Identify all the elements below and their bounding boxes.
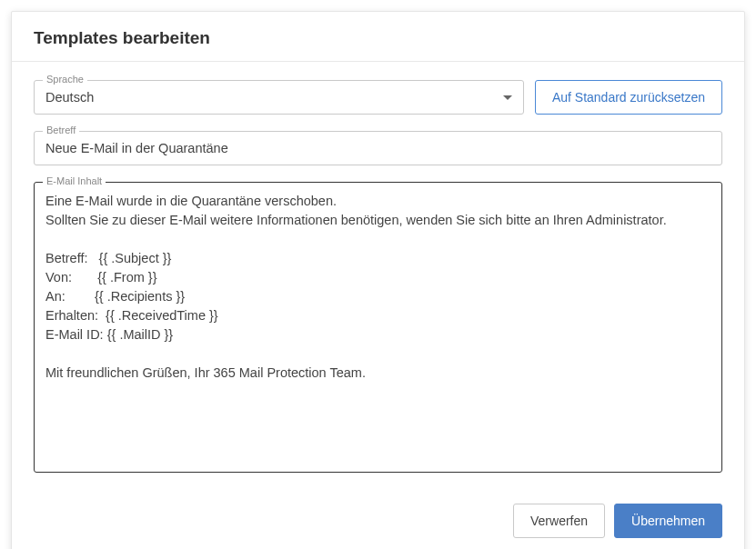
language-value: Deutsch: [45, 90, 94, 105]
edit-templates-dialog: Templates bearbeiten Sprache Deutsch Auf…: [11, 11, 745, 549]
email-content-label: E-Mail Inhalt: [43, 175, 106, 186]
language-select[interactable]: Deutsch: [34, 80, 524, 115]
email-content-field: E-Mail Inhalt: [34, 182, 722, 473]
dialog-title: Templates bearbeiten: [34, 28, 722, 48]
chevron-down-icon: [503, 95, 512, 100]
dialog-body: Sprache Deutsch Auf Standard zurücksetze…: [12, 62, 744, 491]
email-content-textarea[interactable]: [34, 182, 722, 473]
subject-input[interactable]: [34, 131, 722, 165]
apply-button[interactable]: Übernehmen: [614, 504, 722, 538]
dialog-footer: Verwerfen Übernehmen: [12, 491, 744, 549]
language-label: Sprache: [43, 74, 87, 85]
reset-to-default-button[interactable]: Auf Standard zurücksetzen: [535, 80, 722, 115]
dialog-header: Templates bearbeiten: [12, 12, 744, 62]
subject-field: Betreff: [34, 131, 722, 165]
discard-button[interactable]: Verwerfen: [513, 504, 605, 538]
subject-label: Betreff: [43, 125, 79, 135]
language-field: Sprache Deutsch: [34, 80, 524, 115]
